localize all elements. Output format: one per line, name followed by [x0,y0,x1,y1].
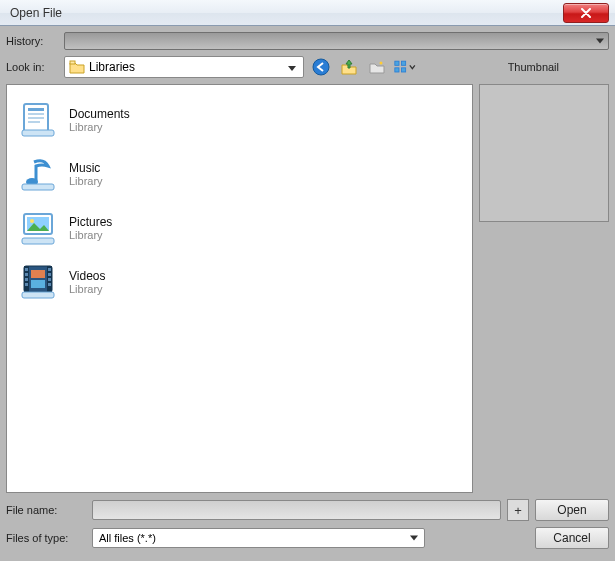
up-button[interactable] [338,56,360,78]
svg-rect-8 [28,108,44,111]
svg-rect-0 [70,61,75,64]
svg-rect-14 [22,184,54,190]
item-sub: Library [69,229,112,241]
cancel-button[interactable]: Cancel [535,527,609,549]
svg-rect-22 [25,268,28,271]
svg-rect-29 [48,283,51,286]
svg-rect-24 [25,278,28,281]
filetype-value: All files (*.*) [99,532,418,544]
lookin-label: Look in: [6,61,64,73]
chevron-down-icon [409,63,416,71]
item-name: Documents [69,107,130,121]
svg-rect-31 [31,280,45,288]
item-name: Pictures [69,215,112,229]
music-icon [17,153,59,195]
new-folder-icon [368,58,386,76]
lookin-combo[interactable]: Libraries [64,56,304,78]
history-combo[interactable] [64,32,609,50]
list-item[interactable]: Videos Library [15,255,464,309]
thumbnail-label: Thumbnail [508,61,559,73]
svg-point-17 [30,219,34,223]
item-name: Videos [69,269,105,283]
history-label: History: [6,35,64,47]
window-title: Open File [10,6,62,20]
chevron-down-icon [285,60,299,74]
svg-rect-18 [22,238,54,244]
documents-icon [17,99,59,141]
svg-rect-9 [28,113,44,115]
svg-rect-32 [22,292,54,298]
videos-icon [17,261,59,303]
views-icon [394,59,407,75]
thumbnail-preview [479,84,609,222]
list-item[interactable]: Pictures Library [15,201,464,255]
history-row: History: [6,32,609,50]
svg-rect-25 [25,283,28,286]
list-item[interactable]: Music Library [15,147,464,201]
svg-rect-27 [48,273,51,276]
svg-rect-10 [28,117,44,119]
item-name: Music [69,161,103,175]
back-button[interactable] [310,56,332,78]
svg-point-1 [313,59,329,75]
list-item[interactable]: Documents Library [15,93,464,147]
back-arrow-icon [312,58,330,76]
svg-rect-23 [25,273,28,276]
svg-rect-28 [48,278,51,281]
toolbar [310,56,416,78]
svg-rect-12 [22,130,54,136]
item-sub: Library [69,175,103,187]
filetype-combo[interactable]: All files (*.*) [92,528,425,548]
filetype-label: Files of type: [6,532,92,544]
title-bar: Open File [0,0,615,26]
svg-rect-6 [401,68,405,72]
svg-rect-11 [28,121,40,123]
svg-rect-26 [48,268,51,271]
filename-input[interactable] [92,500,501,520]
views-button[interactable] [394,56,416,78]
close-button[interactable] [563,3,609,23]
svg-rect-5 [395,68,399,72]
svg-point-2 [380,62,383,65]
folder-icon [69,60,85,74]
item-sub: Library [69,121,130,133]
filename-label: File name: [6,504,92,516]
file-list[interactable]: Documents Library Music Library Pict [6,84,473,493]
item-sub: Library [69,283,105,295]
plus-icon: + [514,503,522,518]
svg-rect-30 [31,270,45,278]
middle-area: Documents Library Music Library Pict [6,84,609,493]
svg-rect-4 [401,61,405,65]
lookin-value: Libraries [89,60,285,74]
lookin-row: Look in: Libraries [6,56,609,78]
close-icon [581,8,591,18]
add-button[interactable]: + [507,499,529,521]
dialog-body: History: Look in: Libraries [0,26,615,561]
bottom-area: File name: + Open Files of type: All fil… [6,499,609,555]
new-folder-button[interactable] [366,56,388,78]
pictures-icon [17,207,59,249]
svg-rect-3 [395,61,399,65]
folder-up-icon [340,58,358,76]
open-button[interactable]: Open [535,499,609,521]
